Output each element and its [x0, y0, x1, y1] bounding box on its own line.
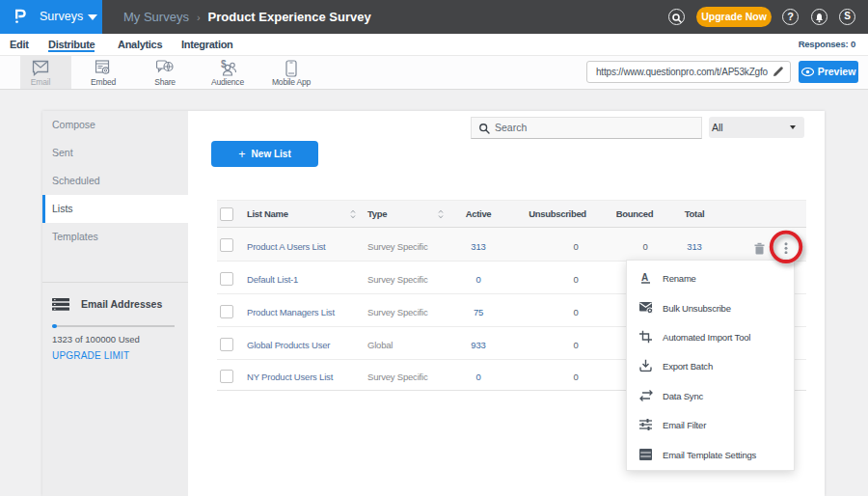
svg-text:A: A [641, 272, 648, 283]
svg-text:$: $ [221, 60, 227, 69]
